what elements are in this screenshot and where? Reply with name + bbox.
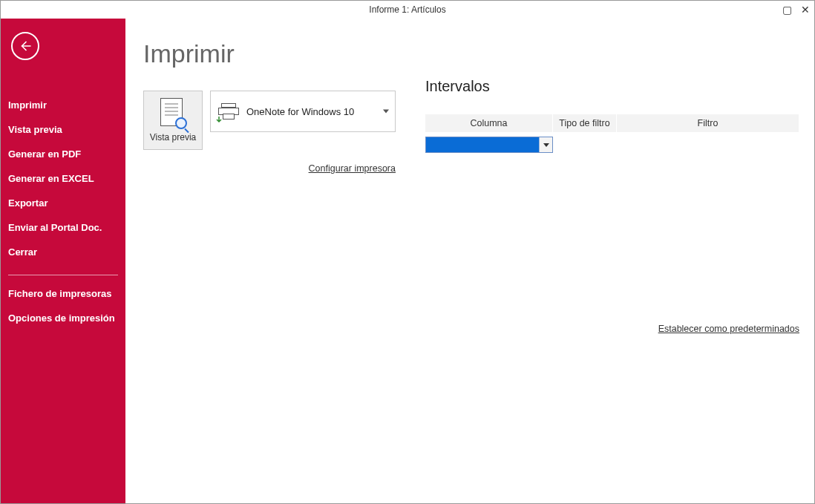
maximize-button[interactable]: ▢	[782, 4, 792, 16]
document-preview-icon	[160, 98, 186, 128]
columna-dropdown[interactable]	[425, 137, 553, 153]
vista-previa-button[interactable]: Vista previa	[143, 91, 203, 150]
sidebar-item-opciones-impresion[interactable]: Opciones de impresión	[1, 306, 125, 330]
printer-select[interactable]: OneNote for Windows 10	[210, 91, 396, 132]
columna-dropdown-button[interactable]	[539, 137, 552, 152]
printer-icon	[218, 103, 239, 120]
header-tipo-filtro: Tipo de filtro	[553, 114, 617, 132]
intervals-grid-row	[425, 137, 799, 153]
configure-printer-link[interactable]: Configurar impresora	[309, 163, 396, 174]
window-title: Informe 1: Artículos	[369, 4, 445, 15]
sidebar-item-generar-pdf[interactable]: Generar en PDF	[1, 142, 125, 166]
chevron-down-icon	[383, 110, 389, 114]
arrow-left-icon	[19, 39, 32, 53]
page-title: Imprimir	[143, 39, 396, 68]
sidebar-item-generar-excel[interactable]: Generar en EXCEL	[1, 166, 125, 191]
title-bar: Informe 1: Artículos ▢ ✕	[1, 1, 814, 19]
sidebar-item-vista-previa[interactable]: Vista previa	[1, 117, 125, 142]
sidebar-item-fichero-impresoras[interactable]: Fichero de impresoras	[1, 281, 125, 306]
header-filtro: Filtro	[617, 114, 799, 132]
close-button[interactable]: ✕	[801, 4, 810, 16]
set-default-link[interactable]: Establecer como predeterminados	[658, 324, 799, 334]
sidebar: Imprimir Vista previa Generar en PDF Gen…	[1, 19, 125, 503]
header-columna: Columna	[425, 114, 553, 132]
intervals-title: Intervalos	[425, 78, 799, 95]
main-content: Imprimir Vista previa OneNote for Window…	[125, 19, 814, 503]
vista-previa-label: Vista previa	[150, 132, 196, 143]
chevron-down-icon	[543, 143, 549, 147]
sidebar-item-cerrar[interactable]: Cerrar	[1, 240, 125, 264]
columna-selected-value	[426, 137, 539, 152]
sidebar-item-exportar[interactable]: Exportar	[1, 191, 125, 215]
sidebar-item-enviar-portal[interactable]: Enviar al Portal Doc.	[1, 215, 125, 240]
sidebar-separator	[8, 275, 118, 275]
intervals-grid-header: Columna Tipo de filtro Filtro	[425, 114, 799, 132]
back-button[interactable]	[11, 32, 39, 60]
printer-name: OneNote for Windows 10	[246, 106, 354, 117]
sidebar-item-imprimir[interactable]: Imprimir	[1, 93, 125, 117]
